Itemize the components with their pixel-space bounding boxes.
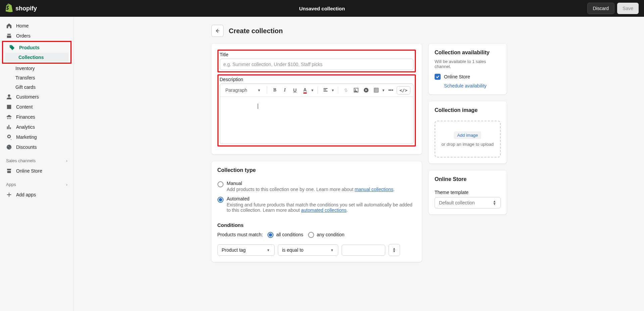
- discard-button[interactable]: Discard: [587, 3, 614, 14]
- orders-icon: [6, 33, 12, 39]
- nav-orders[interactable]: Orders: [0, 31, 73, 41]
- sort-icon: ▲▼: [393, 247, 396, 253]
- any-condition-option[interactable]: any condition: [308, 231, 345, 238]
- back-button[interactable]: [211, 25, 224, 37]
- analytics-icon: [6, 124, 12, 130]
- store-icon: [6, 168, 12, 174]
- video-button[interactable]: [362, 86, 370, 95]
- nav-section-sales-channels[interactable]: Sales channels ›: [0, 156, 73, 166]
- page-status: Unsaved collection: [299, 6, 345, 11]
- availability-heading: Collection availability: [435, 50, 501, 56]
- nav-customers[interactable]: Customers: [0, 92, 73, 102]
- image-button[interactable]: [352, 86, 360, 95]
- text-cursor: [258, 104, 258, 109]
- title-highlight: Title: [217, 50, 416, 72]
- nav-section-apps[interactable]: Apps ›: [0, 179, 73, 190]
- image-dropzone[interactable]: Add image or drop an image to upload: [435, 121, 501, 158]
- schedule-link[interactable]: Schedule availability: [444, 83, 501, 88]
- nav-gift-cards[interactable]: Gift cards: [0, 82, 73, 92]
- editor-toolbar: Paragraph ▼ B I U A ▼: [220, 84, 413, 97]
- more-button[interactable]: •••: [387, 86, 395, 95]
- finances-icon: [6, 114, 12, 120]
- nav-marketing[interactable]: Marketing: [0, 132, 73, 142]
- collection-type-card: Collection type Manual Add products to t…: [211, 161, 422, 262]
- main-content: Create collection Title Description Para: [74, 17, 644, 311]
- description-label: Description: [220, 77, 414, 82]
- check-icon: [436, 75, 440, 79]
- editor-body[interactable]: [220, 97, 413, 144]
- page-title: Create collection: [229, 27, 283, 35]
- home-icon: [6, 23, 12, 29]
- condition-value-input[interactable]: [342, 245, 385, 256]
- chevron-down-icon[interactable]: ▼: [382, 88, 385, 92]
- manual-option[interactable]: Manual Add products to this collection o…: [217, 181, 416, 192]
- automated-label: Automated: [227, 196, 416, 201]
- add-image-button[interactable]: Add image: [454, 131, 481, 139]
- drop-text: or drop an image to upload: [439, 142, 497, 147]
- content-icon: [6, 104, 12, 110]
- top-bar: shopify Unsaved collection Discard Save: [0, 0, 644, 17]
- html-button[interactable]: </>: [397, 86, 410, 95]
- italic-button[interactable]: I: [281, 86, 289, 95]
- checkbox-checked[interactable]: [435, 74, 441, 80]
- radio-manual[interactable]: [217, 181, 224, 187]
- link-button[interactable]: [342, 86, 350, 95]
- condition-operator-select[interactable]: is equal to ▼: [278, 244, 338, 256]
- nav-products[interactable]: Products: [3, 43, 70, 53]
- theme-card: Online Store Theme template Default coll…: [429, 170, 507, 214]
- theme-label: Theme template: [435, 190, 501, 195]
- radio-automated[interactable]: [217, 197, 224, 203]
- availability-card: Collection availability Will be availabl…: [429, 44, 507, 95]
- all-conditions-option[interactable]: all conditions: [267, 231, 303, 238]
- format-select[interactable]: Paragraph ▼: [223, 86, 263, 94]
- discounts-icon: [6, 144, 12, 150]
- manual-link[interactable]: manual collections: [355, 187, 393, 192]
- chevron-right-icon: ›: [66, 158, 67, 163]
- align-button[interactable]: [321, 86, 330, 95]
- conditions-heading: Conditions: [217, 222, 416, 228]
- nav-discounts[interactable]: Discounts: [0, 142, 73, 152]
- table-button[interactable]: [372, 86, 381, 95]
- nav-home[interactable]: Home: [0, 21, 73, 31]
- chevron-down-icon: ▼: [267, 248, 270, 252]
- radio-all[interactable]: [267, 232, 274, 238]
- nav-online-store[interactable]: Online Store: [0, 166, 73, 176]
- condition-field-select[interactable]: Product tag ▼: [217, 244, 275, 256]
- nav-inventory[interactable]: Inventory: [0, 64, 73, 73]
- theme-heading: Online Store: [435, 176, 501, 182]
- chevron-down-icon: ▼: [257, 88, 261, 92]
- page-header: Create collection: [211, 25, 507, 37]
- image-heading: Collection image: [435, 107, 501, 113]
- plus-icon: [6, 192, 12, 198]
- svg-rect-3: [374, 88, 378, 92]
- chevron-down-icon[interactable]: ▼: [311, 88, 314, 92]
- image-card: Collection image Add image or drop an im…: [429, 101, 507, 164]
- nav-add-apps[interactable]: Add apps: [0, 190, 73, 200]
- title-label: Title: [220, 52, 414, 57]
- shopify-logo[interactable]: shopify: [5, 3, 37, 14]
- products-icon: [9, 45, 15, 51]
- automated-option[interactable]: Automated Existing and future products t…: [217, 196, 416, 213]
- nav-content[interactable]: Content: [0, 102, 73, 112]
- description-highlight: Description Paragraph ▼ B I U: [217, 74, 416, 146]
- save-button[interactable]: Save: [617, 3, 639, 14]
- chevron-down-icon[interactable]: ▼: [331, 88, 335, 92]
- title-desc-card: Title Description Paragraph ▼: [211, 44, 422, 154]
- manual-label: Manual: [227, 181, 395, 186]
- radio-any[interactable]: [308, 232, 314, 238]
- condition-sort-button[interactable]: ▲▼: [389, 244, 400, 256]
- nav-collections[interactable]: Collections: [5, 53, 68, 62]
- nav-transfers[interactable]: Transfers: [0, 73, 73, 82]
- automated-link[interactable]: automated collections: [301, 207, 346, 213]
- bold-button[interactable]: B: [270, 86, 279, 95]
- online-store-check[interactable]: Online Store: [435, 74, 501, 80]
- underline-button[interactable]: U: [291, 86, 299, 95]
- theme-select[interactable]: Default collection ▲▼: [435, 197, 501, 208]
- nav-finances[interactable]: Finances: [0, 112, 73, 122]
- shopify-icon: [5, 3, 13, 14]
- nav-analytics[interactable]: Analytics: [0, 122, 73, 132]
- text-color-button[interactable]: A: [301, 86, 309, 95]
- arrow-left-icon: [214, 28, 220, 34]
- chevron-right-icon: ›: [66, 182, 67, 187]
- title-input[interactable]: [220, 59, 414, 70]
